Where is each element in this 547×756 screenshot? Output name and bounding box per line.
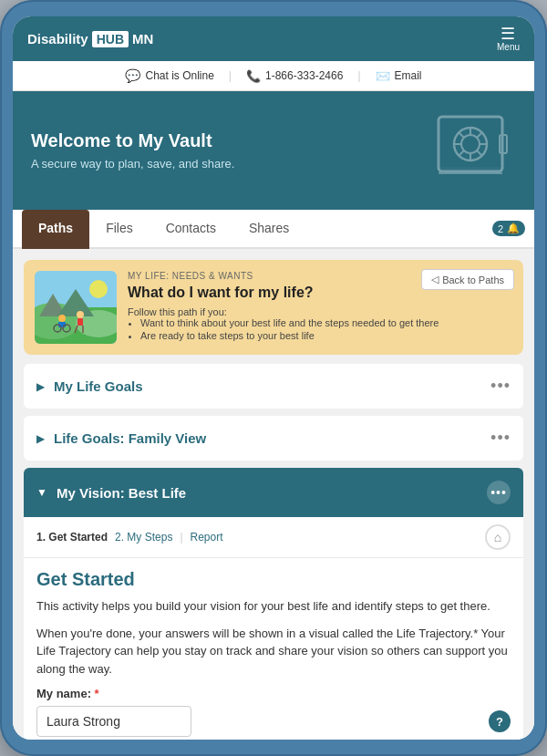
hamburger-icon: ☰ [497, 26, 520, 42]
step-2-link[interactable]: 2. My Steps [115, 531, 172, 544]
back-to-paths-button[interactable]: ◁ Back to Paths [421, 269, 514, 290]
vault-icon [434, 108, 516, 193]
name-input[interactable] [36, 706, 191, 737]
menu-button[interactable]: ☰ Menu [497, 26, 520, 52]
svg-line-9 [477, 132, 482, 138]
tablet-frame: Disability HUB MN ☰ Menu 💬 Chat is Onlin… [0, 0, 547, 756]
svg-rect-26 [77, 318, 83, 326]
steps-bar: 1. Get Started 2. My Steps | Report ⌂ [24, 517, 523, 558]
chat-status[interactable]: 💬 Chat is Online [125, 68, 213, 83]
svg-point-21 [58, 315, 66, 322]
chat-label: Chat is Online [145, 69, 213, 82]
email-info[interactable]: ✉️ Email [376, 69, 422, 83]
top-bar: Disability HUB MN ☰ Menu [13, 16, 534, 61]
svg-rect-0 [439, 117, 502, 171]
info-divider-2: | [357, 69, 360, 82]
hero-text: Welcome to My Vault A secure way to plan… [31, 130, 234, 171]
featured-card: MY LIFE: NEEDS & WANTS What do I want fo… [24, 260, 523, 355]
content-body: Get Started This activity helps you buil… [24, 558, 523, 740]
accordion-header-my-life-goals[interactable]: ▶ My Life Goals ••• [24, 364, 523, 409]
accordion-my-vision: ▼ My Vision: Best Life ••• 1. Get Starte… [24, 468, 523, 740]
svg-line-10 [459, 150, 464, 156]
required-star: * [95, 687, 99, 700]
home-icon: ⌂ [494, 530, 501, 544]
svg-line-7 [459, 132, 464, 138]
featured-image [35, 271, 117, 344]
home-icon-button[interactable]: ⌂ [485, 524, 511, 550]
chat-icon: 💬 [125, 68, 140, 83]
bullet-2: Are ready to take steps to your best lif… [140, 330, 512, 341]
menu-label: Menu [497, 42, 520, 52]
hero-subtitle: A secure way to plan, save, and share. [31, 157, 234, 171]
info-bar: 💬 Chat is Online | 📞 1-866-333-2466 | ✉️… [13, 61, 534, 91]
main-content: Paths Files Contacts Shares 2 🔔 [13, 210, 534, 740]
accordion-label-2: Life Goals: Family View [54, 430, 206, 446]
notification-badge[interactable]: 2 🔔 [492, 221, 525, 236]
report-link[interactable]: Report [191, 531, 223, 544]
accordion-header-vision[interactable]: ▼ My Vision: Best Life ••• [24, 468, 523, 517]
accordion-arrow-3: ▼ [36, 486, 47, 499]
step-divider: | [180, 531, 182, 544]
hero-title: Welcome to My Vault [31, 130, 234, 151]
name-form-label: My name: * [36, 687, 511, 700]
phone-info[interactable]: 📞 1-866-333-2466 [246, 69, 343, 83]
tab-shares[interactable]: Shares [232, 210, 305, 249]
accordion-dots-1[interactable]: ••• [490, 377, 511, 396]
accordion-my-life-goals: ▶ My Life Goals ••• [24, 364, 523, 409]
logo-hub: HUB [92, 31, 129, 47]
email-icon: ✉️ [376, 69, 390, 83]
accordion-header-left-3: ▼ My Vision: Best Life [36, 485, 186, 501]
logo-mn: MN [132, 31, 153, 47]
phone-icon: 📞 [246, 69, 261, 83]
accordion-dots-3[interactable]: ••• [487, 481, 511, 504]
follow-bullets: Want to think about your best life and t… [128, 317, 512, 341]
get-started-desc-2: When you're done, your answers will be s… [36, 625, 511, 678]
email-label: Email [395, 69, 422, 82]
hero-banner: Welcome to My Vault A secure way to plan… [13, 91, 534, 210]
tab-contacts[interactable]: Contacts [150, 210, 232, 249]
accordion-life-goals-family: ▶ Life Goals: Family View ••• [24, 416, 523, 461]
svg-line-8 [477, 150, 482, 156]
get-started-title: Get Started [36, 569, 511, 590]
step-1-label: 1. Get Started [36, 531, 108, 544]
phone-label: 1-866-333-2466 [265, 69, 343, 82]
accordion-arrow-2: ▶ [36, 432, 45, 445]
tablet-screen: Disability HUB MN ☰ Menu 💬 Chat is Onlin… [13, 16, 534, 740]
back-arrow-icon: ◁ [431, 274, 439, 285]
accordion-header-family[interactable]: ▶ Life Goals: Family View ••• [24, 416, 523, 461]
accordion-header-left-2: ▶ Life Goals: Family View [36, 430, 206, 446]
form-row: ? [36, 706, 511, 737]
bell-icon: 🔔 [507, 223, 520, 234]
logo: Disability HUB MN [27, 31, 153, 47]
get-started-desc-1: This activity helps you build your visio… [36, 597, 511, 616]
tab-files[interactable]: Files [89, 210, 150, 249]
logo-disability: Disability [27, 31, 88, 47]
svg-point-18 [89, 280, 108, 298]
accordion-header-left-1: ▶ My Life Goals [36, 378, 143, 394]
info-divider-1: | [229, 69, 232, 82]
accordion-dots-2[interactable]: ••• [490, 429, 511, 448]
follow-label: Follow this path if you: [128, 306, 227, 317]
accordion-label-1: My Life Goals [54, 378, 143, 394]
tab-paths[interactable]: Paths [22, 210, 89, 249]
accordion-label-3: My Vision: Best Life [57, 485, 186, 501]
tabs-bar: Paths Files Contacts Shares 2 🔔 [13, 210, 534, 249]
accordion-arrow-1: ▶ [36, 380, 45, 393]
help-button[interactable]: ? [489, 710, 511, 732]
featured-follow: Follow this path if you: Want to think a… [128, 306, 512, 341]
card-area: MY LIFE: NEEDS & WANTS What do I want fo… [13, 249, 534, 740]
notification-count: 2 [498, 223, 503, 234]
name-label-text: My name: [36, 687, 91, 700]
svg-point-25 [77, 311, 84, 318]
back-btn-label: Back to Paths [442, 274, 504, 285]
bullet-1: Want to think about your best life and t… [140, 317, 512, 328]
